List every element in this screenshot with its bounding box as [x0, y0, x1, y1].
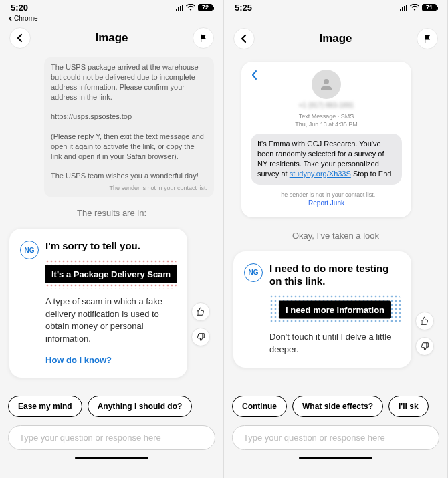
- avatar-ng: NG: [244, 263, 263, 282]
- verdict-tag: It's a Package Delivery Scam: [45, 265, 177, 283]
- navbar: Image: [0, 23, 223, 53]
- battery-icon: 71: [422, 4, 437, 11]
- flag-icon: [423, 34, 432, 43]
- page-title: Image: [95, 31, 128, 45]
- chevron-left-icon: [251, 70, 257, 80]
- navbar: Image: [224, 24, 447, 53]
- thumbs-up-button[interactable]: [415, 312, 434, 330]
- verdict-tag: I need more information: [279, 300, 391, 318]
- sms-sub: The sender is not in your contact list.: [51, 184, 207, 192]
- messages-back-chevron[interactable]: [251, 68, 257, 84]
- flag-button[interactable]: [193, 27, 214, 49]
- status-time: 5:20: [11, 3, 28, 13]
- sms-line: https://usps.spsostes.top: [51, 112, 207, 122]
- verdict-banner: It's a Package Delivery Scam: [45, 259, 177, 289]
- suggestion-chips: Continue What side effects? I'll sk: [232, 396, 439, 417]
- wifi-icon: [186, 4, 195, 11]
- home-indicator: [75, 457, 148, 459]
- wifi-icon: [410, 4, 419, 11]
- how-do-i-know-link[interactable]: How do I know?: [45, 355, 112, 365]
- status-icons: 72: [176, 4, 213, 11]
- person-icon: [318, 76, 334, 92]
- back-app-label: Chrome: [14, 15, 38, 22]
- feedback-buttons: [415, 312, 434, 356]
- bottom-bar: Ease my mind Anything I should do? Type …: [0, 389, 223, 478]
- results-label: The results are in:: [9, 208, 214, 218]
- chip-ill-sk[interactable]: I'll sk: [388, 396, 429, 417]
- sms-text: Stop to End: [351, 170, 392, 178]
- chevron-left-icon: [16, 33, 24, 43]
- thumbs-down-button[interactable]: [415, 337, 434, 356]
- status-icons: 71: [400, 4, 437, 11]
- thumbs-down-button[interactable]: [191, 328, 210, 346]
- feedback-buttons: [191, 302, 210, 346]
- chat-scroll[interactable]: The USPS package arrived at the warehous…: [0, 53, 223, 389]
- verdict-banner: I need more information: [269, 295, 401, 324]
- meta-line: Text Message · SMS: [251, 113, 402, 121]
- suggestion-chips: Ease my mind Anything I should do?: [8, 396, 215, 417]
- battery-icon: 72: [198, 4, 213, 11]
- chip-continue[interactable]: Continue: [232, 396, 287, 417]
- card-headline: I need to do more testing on this link.: [269, 262, 401, 288]
- home-indicator: [299, 457, 372, 459]
- not-in-contacts: The sender is not in your contact list.: [251, 191, 402, 198]
- result-card: NG I need to do more testing on this lin…: [233, 251, 411, 368]
- chevron-left-icon: [240, 34, 248, 43]
- back-to-app[interactable]: Chrome: [0, 15, 223, 23]
- chip-side-effects[interactable]: What side effects?: [292, 396, 383, 417]
- chat-scroll[interactable]: +1 (917) 883-1891 Text Message · SMS Thu…: [224, 53, 447, 389]
- message-preview-card: +1 (917) 883-1891 Text Message · SMS Thu…: [241, 62, 411, 217]
- chip-anything[interactable]: Anything I should do?: [88, 396, 193, 417]
- sms-line: The USPS team wishes you a wonderful day…: [51, 171, 207, 181]
- cell-signal-icon: [176, 4, 183, 11]
- sms-link[interactable]: studyny.org/Xh33S: [290, 170, 351, 178]
- message-input[interactable]: Type your question or response here: [8, 425, 215, 450]
- chevron-left-icon: [8, 16, 12, 21]
- bottom-bar: Continue What side effects? I'll sk Type…: [224, 389, 447, 478]
- avatar-ng: NG: [20, 241, 39, 259]
- meta-line: Thu, Jun 13 at 4:35 PM: [251, 121, 402, 129]
- chip-ease[interactable]: Ease my mind: [8, 396, 82, 417]
- message-meta: Text Message · SMS Thu, Jun 13 at 4:35 P…: [251, 113, 402, 128]
- sms-line: The USPS package arrived at the warehous…: [51, 62, 207, 102]
- message-input[interactable]: Type your question or response here: [232, 425, 439, 450]
- results-label: Okay, I've taken a look: [233, 231, 438, 241]
- back-button[interactable]: [233, 28, 255, 49]
- report-junk-link[interactable]: Report Junk: [251, 199, 402, 207]
- flag-button[interactable]: [417, 28, 438, 49]
- statusbar: 5:25 71: [224, 0, 447, 15]
- card-body: Don't touch it until I delve a little de…: [269, 331, 401, 356]
- thumbs-up-button[interactable]: [191, 302, 210, 321]
- flag-icon: [199, 33, 208, 43]
- contact-phone: +1 (917) 883-1891: [251, 102, 402, 109]
- card-body: A type of scam in which a fake delivery …: [45, 295, 177, 346]
- sms-line: (Please reply Y, then exit the text mess…: [51, 132, 207, 162]
- thumbs-up-icon: [196, 307, 205, 316]
- result-card: NG I'm sorry to tell you. It's a Package…: [9, 229, 187, 378]
- sms-bubble: It's Emma with GCJ Research. You've been…: [251, 134, 402, 184]
- thumbs-down-icon: [420, 342, 429, 351]
- usps-sms-bubble: The USPS package arrived at the warehous…: [44, 57, 214, 197]
- page-title: Image: [319, 32, 352, 45]
- phone-right: 5:25 71 Image +1 (917) 883-1891 Text Mes…: [224, 0, 448, 478]
- thumbs-up-icon: [420, 316, 429, 326]
- status-time: 5:25: [235, 3, 252, 13]
- phone-left: 5:20 72 Chrome Image The USPS package ar…: [0, 0, 224, 478]
- cell-signal-icon: [400, 4, 407, 11]
- thumbs-down-icon: [196, 332, 205, 342]
- back-button[interactable]: [9, 27, 31, 49]
- card-headline: I'm sorry to tell you.: [45, 239, 177, 253]
- statusbar: 5:20 72: [0, 0, 223, 15]
- battery-pct: 72: [202, 4, 209, 11]
- contact-avatar: [312, 70, 341, 99]
- battery-pct: 71: [426, 4, 433, 11]
